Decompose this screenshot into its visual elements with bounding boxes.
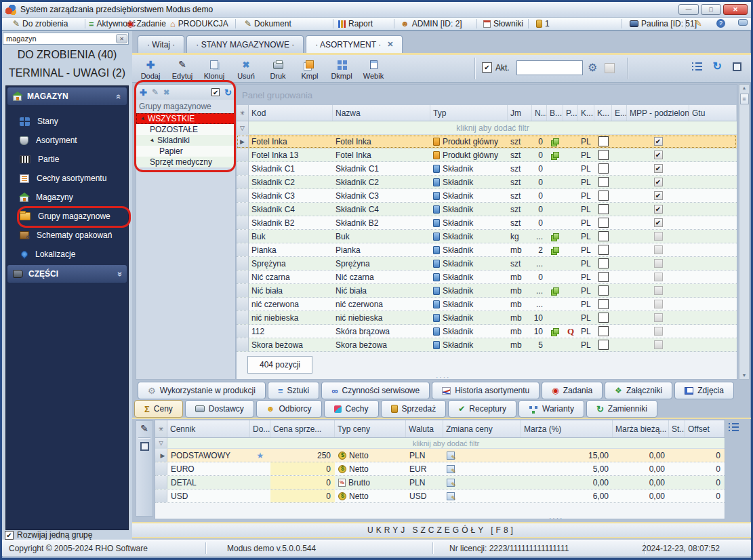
- row-checkbox[interactable]: [598, 191, 609, 201]
- clear-search-icon[interactable]: ✕: [116, 34, 127, 43]
- mpp-checkbox[interactable]: [654, 137, 663, 146]
- detail-tab-zdj-cia[interactable]: Zdjęcia: [674, 382, 734, 399]
- druk-button[interactable]: Druk: [262, 56, 293, 81]
- sidebar-item-cechy-asortymentu[interactable]: Cechy asortymentu: [6, 169, 128, 188]
- column-header-gtu[interactable]: Gtu: [689, 105, 737, 121]
- detail-tab-ceny[interactable]: Ceny: [134, 400, 183, 418]
- tab-close-icon[interactable]: ✕: [387, 40, 393, 49]
- table-row-sk-adnik-c3[interactable]: Składnik C3Składnik C3Składnikszt0PL: [237, 189, 737, 203]
- row-checkbox[interactable]: [598, 218, 609, 228]
- menubar-item-1[interactable]: 1: [536, 19, 550, 28]
- tree-edit-icon[interactable]: [152, 88, 159, 96]
- expand-icon[interactable]: ▼: [148, 136, 157, 144]
- grid-filter-row[interactable]: ▽ kliknij aby dodać filtr: [237, 121, 737, 135]
- price-column-list-icon[interactable]: [729, 423, 739, 431]
- detail-tab-wykorzystanie-w-produkcji[interactable]: Wykorzystanie w produkcji: [138, 382, 266, 399]
- price-filter-row[interactable]: ▽ kliknij aby dodać filtr: [155, 438, 725, 449]
- price-column-header-do[interactable]: Do...: [250, 420, 270, 437]
- gear-icon[interactable]: [588, 62, 597, 73]
- detail-tab-czynno-ci-serwisowe[interactable]: Czynności serwisowe: [321, 382, 430, 399]
- table-row-sk-adnik-c4[interactable]: Składnik C4Składnik C4Składnikszt0PL: [237, 203, 737, 216]
- detail-tab-receptury[interactable]: Receptury: [448, 400, 516, 418]
- sidebar-item-asortyment[interactable]: Asortyment: [6, 131, 128, 150]
- table-row-sk-adnik-b2[interactable]: Składnik B2Składnik B2Składnikszt0PL: [237, 216, 737, 230]
- toolbar-extra-checkbox[interactable]: [605, 63, 615, 73]
- column-header-kod[interactable]: Kod: [249, 105, 333, 121]
- price-column-header-typ-ceny[interactable]: Typ ceny: [335, 420, 406, 437]
- detail-tab-historia-asortymentu[interactable]: Historia asortymentu: [432, 382, 540, 399]
- sidebar-item-partie[interactable]: Partie: [6, 150, 128, 169]
- table-row-fotel-inka-13[interactable]: Fotel Inka 13Fotel InkaProdukt głównyszt…: [237, 148, 737, 162]
- sidebar-item-schematy-opakowa[interactable]: Schematy opakowań: [6, 226, 128, 245]
- sidebar-item-grupy-magazynowe[interactable]: Grupy magazynowe: [6, 207, 128, 226]
- column-header-marker[interactable]: ✳: [237, 105, 249, 121]
- table-row-buk[interactable]: BukBukSkładnikkg...PL: [237, 230, 737, 243]
- detail-tab-warianty[interactable]: Warianty: [518, 400, 584, 418]
- row-checkbox[interactable]: [598, 285, 609, 296]
- tab-asortyment[interactable]: · ASORTYMENT ·✕: [306, 35, 403, 53]
- tree-item-sprz-t-medyczny[interactable]: Sprzęt medyczny: [136, 157, 235, 167]
- detail-tab-odbiorcy[interactable]: Odbiorcy: [256, 400, 322, 418]
- table-row-ni-czarna[interactable]: Nić czarnaNić czarnaSkładnikmb0PL: [237, 271, 737, 284]
- column-header-b[interactable]: B...: [547, 105, 563, 121]
- dkmpl-button[interactable]: Dkmpl: [326, 56, 357, 81]
- mpp-checkbox[interactable]: [654, 205, 663, 214]
- chevron-down-icon[interactable]: «: [114, 271, 124, 276]
- detail-tab-zamienniki[interactable]: Zamienniki: [586, 400, 657, 418]
- toolbar-search-input[interactable]: [516, 60, 583, 75]
- sidebar-item-lokalizacje[interactable]: Lokalizacje: [6, 245, 128, 264]
- akt-checkbox[interactable]: [482, 62, 492, 73]
- row-checkbox[interactable]: [598, 231, 609, 241]
- edytuj-button[interactable]: Edytuj: [167, 56, 198, 81]
- price-column-header-offset[interactable]: Offset: [685, 420, 725, 437]
- scroll-up-icon[interactable]: ▲: [742, 85, 747, 92]
- menubar-item-raport[interactable]: Raport: [338, 19, 373, 28]
- tree-refresh-icon[interactable]: [224, 88, 232, 97]
- close-button[interactable]: ✕: [723, 4, 748, 15]
- sidebar-item-magazyny[interactable]: Magazyny: [6, 188, 128, 207]
- price-edit-icon[interactable]: [140, 424, 148, 433]
- column-header-p[interactable]: P...: [563, 105, 578, 121]
- tree-item-skladniki[interactable]: ▼Skladniki: [136, 135, 235, 146]
- dodaj-button[interactable]: Dodaj: [135, 56, 166, 81]
- mpp-checkbox[interactable]: [654, 300, 663, 308]
- price-column-header-marker[interactable]: ✳: [155, 420, 167, 437]
- column-header-k[interactable]: K...: [594, 105, 612, 121]
- price-column-header-cena-sprze[interactable]: Cena sprze...: [270, 420, 335, 437]
- row-checkbox[interactable]: [598, 326, 609, 336]
- menubar-item-zadanie[interactable]: Zadanie: [127, 19, 166, 28]
- maximize-button[interactable]: □: [701, 4, 721, 15]
- row-checkbox[interactable]: [598, 177, 609, 187]
- column-chooser-icon[interactable]: ≡: [740, 94, 749, 104]
- minimize-button[interactable]: —: [678, 4, 699, 15]
- price-frame-icon[interactable]: [140, 442, 149, 451]
- mpp-checkbox[interactable]: [654, 259, 663, 268]
- row-checkbox[interactable]: [598, 258, 609, 268]
- mpp-checkbox[interactable]: [654, 286, 663, 295]
- group-panel[interactable]: Panel grupowania: [237, 85, 737, 105]
- tree-item-wszystkie[interactable]: ▼WSZYSTKIE: [136, 113, 235, 124]
- tree-delete-icon[interactable]: [163, 88, 169, 96]
- row-checkbox[interactable]: [598, 272, 609, 282]
- mpp-checkbox[interactable]: [654, 178, 663, 186]
- tree-filter-checkbox[interactable]: [211, 88, 220, 96]
- menubar-item-admin-id-2[interactable]: ADMIN [ID: 2]: [401, 19, 462, 28]
- menubar-help-button[interactable]: [716, 19, 725, 28]
- tree-item-papier[interactable]: Papier: [136, 146, 235, 157]
- mpp-checkbox[interactable]: [654, 340, 663, 349]
- mpp-checkbox[interactable]: [654, 164, 663, 173]
- row-checkbox[interactable]: [598, 245, 609, 255]
- mpp-checkbox[interactable]: [654, 218, 663, 227]
- menubar-item-dokument[interactable]: Dokument: [245, 19, 291, 28]
- row-checkbox[interactable]: [598, 136, 609, 146]
- menubar-chat-button[interactable]: [738, 19, 748, 26]
- detail-tab-cechy[interactable]: Cechy: [324, 400, 379, 418]
- table-row-spr-yna[interactable]: SprężynaSprężynaSkładnikszt...PL: [237, 257, 737, 271]
- price-column-header-zmiana-ceny[interactable]: Zmiana ceny: [443, 420, 521, 437]
- usu-button[interactable]: Usuń: [230, 56, 262, 81]
- scroll-down-icon[interactable]: ▼: [742, 372, 747, 379]
- table-row-sk-adnik-c1[interactable]: Składnik C1Składnik C1Składnikszt0PL: [237, 162, 737, 176]
- splitter-dots[interactable]: ····: [436, 374, 450, 381]
- price-row-detal[interactable]: DETAL0BruttoPLN0,000,000: [155, 476, 725, 489]
- mpp-checkbox[interactable]: [654, 327, 663, 336]
